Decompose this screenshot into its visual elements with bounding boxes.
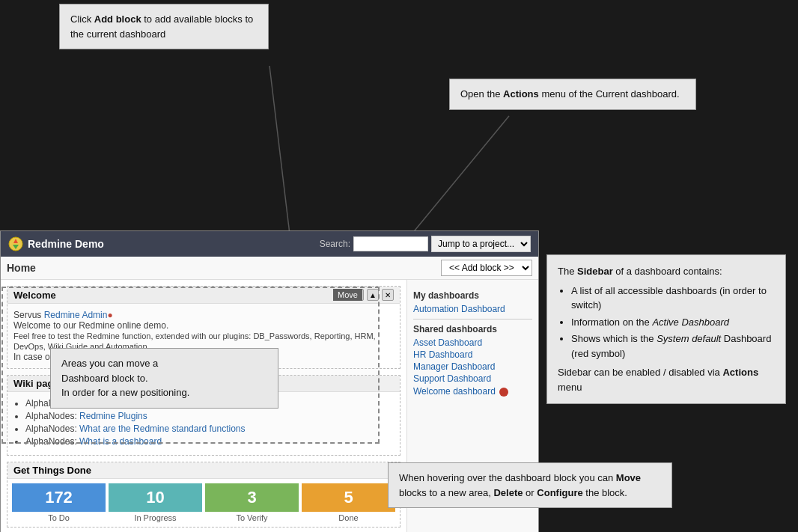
tooltip-move-text: Areas you can move a Dashboard block to.… [61,358,189,398]
tooltip-add-block-text: Click Add block to add available blocks … [70,13,253,40]
shared-dashboards-title: Shared dashboards [413,324,532,334]
page-title: Home [7,262,36,274]
welcome-block-header: Welcome ✎ ▲ ✕ Move [7,287,400,304]
gtd-label-inprogress: In Progress [109,513,202,522]
search-area: Search: Jump to a project... [320,236,531,252]
tooltip-sidebar-extra: Sidebar can be enabled / disabled via Ac… [558,367,758,393]
servus-text: Servus [13,310,44,320]
wiki-link-3[interactable]: What are the Redmine standard functions [79,424,245,434]
tooltip-add-block: Click Add block to add available blocks … [59,4,269,49]
add-block-select[interactable]: << Add block >> [441,260,532,276]
tooltip-hover-block: When hovering over the dashboard block y… [388,462,672,508]
gtd-block-title: Get Things Done [13,465,394,476]
gtd-stats: 172 To Do 10 In Progress 3 To Verify 5 [12,483,395,522]
list-item: Information on the Active Dashboard [571,315,775,330]
search-label: Search: [320,239,350,249]
gtd-stat-toverify[interactable]: 3 To Verify [205,483,299,522]
app-title: Redmine Demo [28,238,104,250]
sidebar-link-support[interactable]: Support Dashboard [413,373,532,384]
my-dashboards-title: My dashboards [413,290,532,301]
jump-to-project[interactable]: Jump to a project... [431,236,531,252]
gtd-block: Get Things Done 172 To Do 10 In Progress [7,462,400,528]
gtd-block-body: 172 To Do 10 In Progress 3 To Verify 5 [7,479,400,527]
gtd-label-todo: To Do [12,513,106,522]
gtd-number-todo: 172 [12,483,106,512]
top-nav: Redmine Demo Search: Jump to a project..… [1,231,538,257]
list-item: AlphaNodes: What are the Redmine standar… [25,424,394,434]
welcome-block-title: Welcome [13,290,347,301]
tooltip-hover-text: When hovering over the dashboard block y… [399,472,641,498]
gtd-block-header: Get Things Done [7,462,400,479]
gtd-stat-done[interactable]: 5 Done [302,483,395,522]
app-logo: Redmine Demo [8,236,104,251]
gtd-stat-todo[interactable]: 172 To Do [12,483,106,522]
logo-icon [8,236,23,251]
tooltip-sidebar: The Sidebar of a dashboard contains: A l… [546,254,786,404]
tooltip-actions-menu: Open the Actions menu of the Current das… [449,79,696,110]
svg-line-1 [404,116,509,243]
gtd-stat-inprogress[interactable]: 10 In Progress [109,483,202,522]
sidebar-link-hr[interactable]: HR Dashboard [413,349,532,360]
sidebar-link-manager[interactable]: Manager Dashboard [413,361,532,372]
tooltip-actions-text: Open the Actions menu of the Current das… [460,88,680,100]
gtd-label-toverify: To Verify [205,513,299,522]
list-item: AlphaNodes: Redmine Plugins [25,411,394,421]
wiki-link-2[interactable]: Redmine Plugins [79,411,147,421]
gtd-number-done: 5 [302,483,395,512]
sidebar-welcome-dashboard: Welcome dashboard [413,386,508,397]
automation-dashboard-link[interactable]: Automation Dashboard [413,304,532,314]
welcome-move-btn[interactable]: Move [333,289,362,301]
wiki-link-4[interactable]: What is a dashboard [79,436,162,447]
welcome-line1: Welcome to our Redmine online demo. [13,320,168,331]
search-input[interactable] [353,236,428,251]
list-item: A list of all accessible dashboards (in … [571,284,775,313]
tooltip-sidebar-list: A list of all accessible dashboards (in … [571,284,775,361]
welcome-close-btn[interactable]: ✕ [382,289,394,301]
add-block-area: << Add block >> [441,260,532,276]
list-item: Shows which is the System default Dashbo… [571,331,775,361]
tooltip-move-block: Areas you can move a Dashboard block to.… [50,348,278,409]
gtd-label-done: Done [302,513,395,522]
sidebar-link-asset[interactable]: Asset Dashboard [413,337,532,348]
gtd-number-toverify: 3 [205,483,299,512]
welcome-up-btn[interactable]: ▲ [367,289,379,301]
gtd-number-inprogress: 10 [109,483,202,512]
list-item: AlphaNodes: What is a dashboard [25,436,394,447]
home-toolbar: Home << Add block >> [1,257,538,280]
red-badge-icon [499,388,508,397]
admin-link[interactable]: Redmine Admin [44,310,108,320]
tooltip-sidebar-text: The Sidebar of a dashboard contains: [558,266,722,277]
sidebar-divider [413,319,532,319]
